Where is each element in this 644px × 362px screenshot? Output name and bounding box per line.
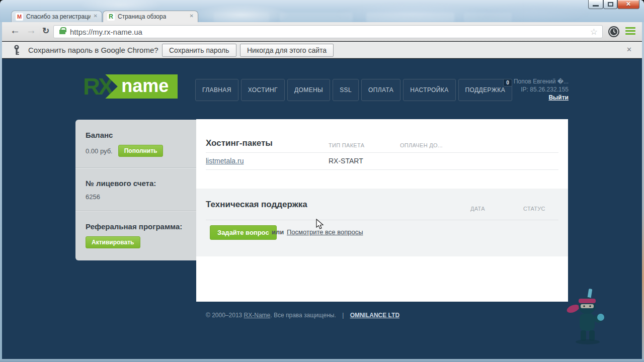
reload-icon[interactable]: ↻ [42,26,49,36]
or-text: или [272,228,284,236]
user-name: Попов Евгений �... [514,77,569,85]
omnilance-link[interactable]: OMNILANCE LTD [350,312,399,319]
mouse-cursor [316,219,325,230]
close-icon: ✕ [618,1,639,8]
column-date: ДАТА [470,206,485,212]
https-lock-icon [59,30,65,34]
divider [206,220,558,220]
browser-window: ✕ M Спасибо за регистрацию ✕ R Страница … [0,0,644,362]
address-bar[interactable]: https://my.rx-name.ua ☆ [53,25,603,38]
ninja-mascot-watermark [565,288,611,347]
maximize-icon [608,2,613,7]
ghost-tab [464,13,512,22]
topup-button[interactable]: Пополнить [118,145,164,157]
tab-close-icon[interactable]: ✕ [94,13,98,19]
site-footer: © 2000–2013 RX-Name. Все права защищены.… [206,312,399,319]
save-password-button[interactable]: Сохранить пароль [162,44,236,57]
hosting-domain-link[interactable]: listmetala.ru [206,157,244,165]
save-password-infobar: Сохранить пароль в Google Chrome? Сохран… [2,42,642,58]
view-all-questions-link[interactable]: Посмотрите все вопросы [287,228,363,236]
rx-name-logo[interactable]: RX name [83,74,178,99]
nav-item-main[interactable]: ГЛАВНАЯ [195,79,238,101]
ghost-tab [366,13,454,22]
main-panel: Хостинг-пакеты ТИП ПАКЕТА ОПЛАЧЕН ДО... … [196,119,568,302]
column-paid-until: ОПЛАЧЕН ДО... [400,142,443,148]
page-content: RX name ГЛАВНАЯ ХОСТИНГ ДОМЕНЫ SSL ОПЛАТ… [2,59,642,359]
never-for-site-button[interactable]: Никогда для этого сайта [240,44,334,57]
nav-item-settings[interactable]: НАСТРОЙКА [403,79,455,101]
infobar-close-icon[interactable]: ✕ [626,46,632,53]
ghost-tab [280,13,353,22]
minimize-button[interactable] [588,0,603,9]
tab-gmail[interactable]: M Спасибо за регистрацию ✕ [11,11,102,22]
minimize-icon [593,5,599,7]
account-number-value: 6256 [86,193,100,201]
referral-title: Реферальная программа: [86,222,188,231]
nav-item-hosting[interactable]: ХОСТИНГ [241,79,285,101]
divider [206,152,558,153]
rights-text: . Все права защищены. [270,312,336,319]
browser-toolbar: ← → ↻ https://my.rx-name.ua ☆ [2,22,642,41]
bookmark-star-icon[interactable]: ☆ [590,27,598,37]
nav-item-payment[interactable]: ОПЛАТА [361,79,400,101]
account-number-title: № лицевого счета: [86,179,188,188]
window-frame-bottom [0,359,644,362]
clock-extension-icon[interactable] [608,26,619,37]
forward-icon[interactable]: → [26,25,36,36]
column-status: СТАТУС [523,206,545,212]
user-ip: IP: 85.26.232.155 [514,85,569,94]
balance-title: Баланс [86,131,188,139]
rx-name-footer-link[interactable]: RX-Name [244,312,271,319]
account-sidebar: Баланс 0.00 руб. Пополнить № лицевого сч… [75,120,196,260]
nav-item-support[interactable]: ПОДДЕРЖКА0 [458,79,513,101]
hosting-packages-title: Хостинг-пакеты [206,138,273,148]
column-package-type: ТИП ПАКЕТА [329,142,364,148]
window-controls: ✕ [588,0,639,9]
hosting-plan-value: RX-START [329,157,363,165]
maximize-button[interactable] [603,0,617,9]
tab-close-icon[interactable]: ✕ [190,13,194,19]
user-info: Попов Евгений �... IP: 85.26.232.155 Вый… [514,77,569,102]
infobar-message: Сохранить пароль в Google Chrome? [28,46,158,54]
copyright-text: © 2000–2013 [206,312,242,319]
footer-separator: | [342,312,344,319]
close-window-button[interactable]: ✕ [617,0,639,9]
rx-favicon-icon: R [107,13,115,21]
chrome-menu-icon[interactable] [625,27,635,36]
tab-overview-page[interactable]: R Страница обзора ✕ [103,11,198,22]
ghost-tab [214,13,269,22]
logo-suffix-banner: name [105,74,178,99]
window-frame-right [642,22,644,362]
gmail-favicon-icon: M [16,13,23,21]
activate-referral-button[interactable]: Активировать [86,236,140,248]
main-navigation: ГЛАВНАЯ ХОСТИНГ ДОМЕНЫ SSL ОПЛАТА НАСТРО… [195,79,512,101]
key-icon [13,45,20,56]
back-icon[interactable]: ← [10,25,20,36]
logo-prefix: RX [83,75,112,98]
support-title: Техническая поддержка [206,200,307,210]
ask-question-button[interactable]: Задайте вопрос [210,225,277,240]
tab-title: Спасибо за регистрацию [26,13,91,20]
balance-section: Баланс 0.00 руб. Пополнить [75,120,196,167]
support-count-badge: 0 [503,79,512,86]
tab-title: Страница обзора [118,13,166,20]
account-number-section: № лицевого счета: 6256 [75,167,196,211]
tab-strip: M Спасибо за регистрацию ✕ R Страница об… [0,11,644,22]
url-text: https://my.rx-name.ua [70,28,142,36]
nav-item-label: ПОДДЕРЖКА [465,86,506,94]
nav-item-ssl[interactable]: SSL [333,79,359,101]
divider [206,169,558,170]
balance-amount: 0.00 руб. [86,147,113,155]
logout-link[interactable]: Выйти [548,94,569,101]
support-section: Техническая поддержка ДАТА СТАТУС Задайт… [196,189,568,256]
nav-item-domains[interactable]: ДОМЕНЫ [287,79,330,101]
referral-section: Реферальная программа: Активировать [75,211,196,260]
